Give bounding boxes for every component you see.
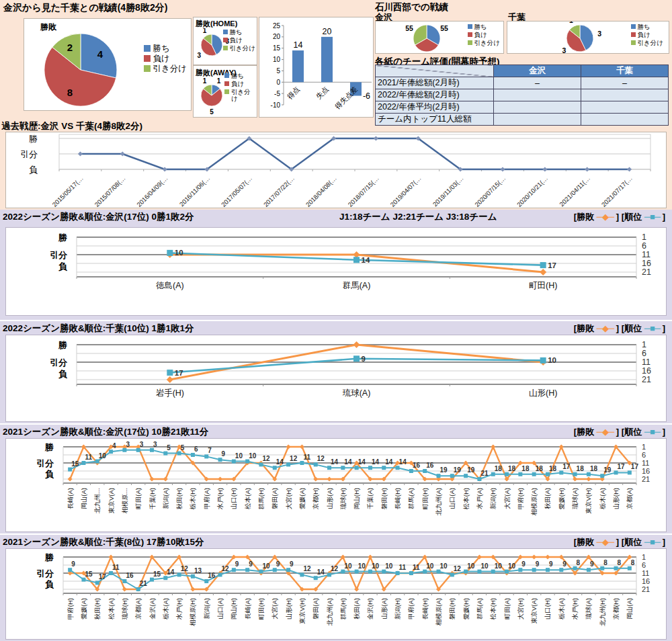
goals-bar-chart: 2520151050-5-1014得点20失点-6得失点差: [261, 19, 373, 120]
x-axis-opponent-label: 松本(A): [244, 488, 251, 510]
x-axis-opponent-label: 相模原(H): [189, 598, 196, 626]
season-2021-chiba-svg: 16111621勝引分負9151711162115141213161299109…: [6, 549, 667, 639]
season-legend: [勝敗 ─◆─ ] [順位 ─■─ ]: [574, 536, 665, 548]
x-axis-opponent-label: 町田(A): [503, 598, 511, 619]
x-axis-date-label: 2015/07/08(…: [93, 175, 126, 208]
bar-value-label: 20: [323, 27, 332, 36]
rank-marker: [327, 572, 331, 576]
x-axis-opponent-label: 東京V(A): [530, 598, 538, 624]
x-axis-opponent-label: 琉球(H): [121, 598, 128, 619]
rank-marker: [163, 452, 167, 456]
right-axis-tick-label: 1: [642, 232, 646, 242]
rank-value-label: 16: [208, 572, 216, 579]
winloss-legend-label: 勝敗: [577, 537, 594, 547]
x-axis-opponent-label: 徳島(A): [156, 281, 184, 290]
rank-marker: [382, 570, 386, 574]
x-axis-opponent-label: 長崎(H): [421, 598, 429, 619]
rank-marker: [450, 474, 454, 478]
column-header: 千葉: [581, 65, 669, 77]
right-axis-tick-label: 6: [642, 349, 646, 358]
rank-marker: [396, 571, 400, 575]
rank-legend-label: 順位: [624, 537, 642, 547]
y-axis-label: 勝: [58, 232, 68, 243]
rank-value-label: 21: [480, 470, 489, 477]
legend-item: 負け: [223, 37, 255, 44]
x-axis-opponent-label: 水戸(H): [216, 488, 224, 510]
rank-marker: [314, 576, 318, 580]
rank-marker: [614, 566, 618, 570]
rank-value-label: 3: [140, 441, 144, 448]
x-axis-opponent-label: 町田(A): [134, 488, 142, 509]
right-axis-tick-label: 16: [642, 467, 650, 475]
legend-swatch-icon: [144, 65, 151, 72]
bar-category-label: 失点: [314, 85, 331, 101]
y-axis-label: 負: [58, 261, 68, 271]
legend-swatch-icon: [468, 24, 472, 29]
rank-value-label: 9: [562, 560, 566, 568]
ishikawa-kanazawa-panel: 555555 勝ち負け引き分け: [375, 21, 504, 54]
x-axis-opponent-label: 北九州…: [93, 488, 101, 513]
pie-value-label: 1: [217, 78, 221, 85]
rank-value-label: 7: [208, 447, 212, 454]
x-axis-opponent-label: 岡山(H): [230, 598, 237, 619]
right-axis-tick-label: 6: [642, 451, 646, 459]
rank-marker: [245, 568, 249, 572]
ishikawa-chiba-pie-chart: 331: [528, 22, 628, 56]
row-label: 2021/年俸総額(2月時): [376, 77, 494, 89]
ishikawa-chiba-pie-svg: 331: [528, 22, 628, 54]
rank-marker: [396, 466, 400, 470]
season-2021-chiba-chart: 16111621勝引分負9151711162115141213161299109…: [6, 549, 666, 641]
table-cell: –: [581, 77, 669, 89]
rank-value-label: 17: [562, 463, 571, 470]
rank-value-label: 19: [467, 466, 475, 474]
rank-marker: [353, 355, 360, 361]
rank-marker: [423, 570, 427, 574]
x-axis-opponent-label: 新潟(H): [489, 488, 497, 509]
rank-marker: [150, 448, 154, 452]
rank-value-label: 12: [454, 565, 462, 572]
winloss-marker: [586, 477, 591, 482]
x-axis-date-label: 2019/11/03(…: [431, 175, 465, 208]
rank-value-label: 12: [317, 455, 325, 462]
legend-swatch-icon: [468, 40, 472, 45]
bracket: ]: [616, 537, 619, 547]
bar-value-label: -6: [363, 91, 370, 101]
rank-value-label: 11: [303, 454, 310, 461]
pie-value-label: 55: [405, 24, 413, 32]
x-axis-opponent-label: 松本(H): [489, 598, 497, 620]
ishikawa-kanazawa-pie-svg: 555555: [382, 22, 463, 54]
y-axis-tick-label: 25: [273, 22, 281, 30]
away-record-panel: 勝敗(AWAY) 151 勝ち負け引き分け: [193, 65, 257, 118]
table-row: 2022/年俸総額(2月時): [376, 89, 669, 101]
winloss-marker: [313, 477, 318, 482]
rank-marker: [204, 454, 208, 458]
head-to-head-section: 金沢から見た千葉との戦績(4勝8敗2分) 勝敗 482 勝ち負け引き分け 勝敗(…: [0, 0, 672, 210]
rank-value-label: 9: [71, 560, 75, 568]
rank-value-label: 10: [175, 249, 183, 257]
legend-label: 勝ち: [153, 44, 169, 53]
legend-label: 勝ち: [230, 29, 243, 36]
right-axis-tick-label: 16: [642, 259, 651, 268]
legend-swatch-icon: [631, 24, 636, 29]
rank-value-label: 16: [426, 462, 434, 469]
pie-value-label: 3: [197, 52, 201, 59]
rank-marker: [218, 458, 222, 462]
y-axis-label: 引分: [50, 357, 68, 368]
winloss-marker: [545, 555, 550, 560]
legend-swatch-icon: [468, 32, 472, 37]
rank-value-label: 9: [549, 560, 553, 568]
winloss-marker: [540, 269, 546, 275]
y-axis-label: 負: [45, 579, 54, 589]
legend-swatch-icon: [223, 38, 228, 42]
rank-value-label: 18: [536, 465, 544, 472]
rank-marker: [559, 568, 563, 572]
rank-value-label: 5: [167, 444, 171, 452]
x-axis-opponent-label: 千葉(A): [366, 488, 374, 509]
rank-value-label: 14: [372, 458, 380, 466]
rank-marker: [232, 568, 236, 572]
y-axis-label: 引分: [36, 458, 54, 468]
rank-value-label: 17: [618, 463, 626, 470]
rank-value-label: 10: [358, 562, 366, 570]
rank-value-label: 19: [603, 466, 612, 474]
rank-legend-label: 順位: [624, 212, 642, 222]
